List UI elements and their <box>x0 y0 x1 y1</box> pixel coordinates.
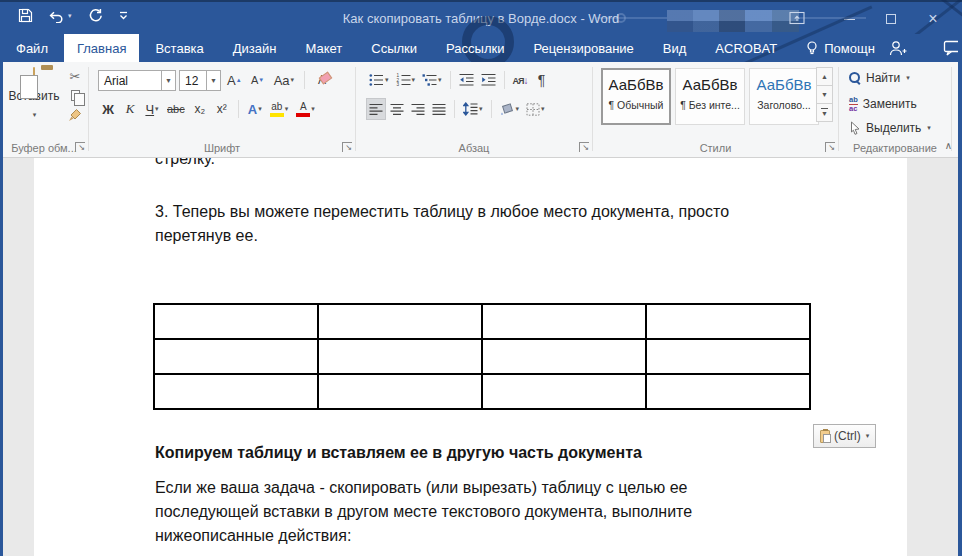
undo-button[interactable]: ▾ <box>48 9 72 23</box>
underline-button[interactable]: Ч▾ <box>142 98 162 120</box>
align-left-button[interactable] <box>366 98 386 120</box>
shrink-font-button[interactable]: А▼ <box>248 69 268 91</box>
style-card-no-spacing[interactable]: АаБбВв ¶ Без инте... <box>675 68 745 125</box>
font-size-combobox[interactable]: 12 ▼ <box>179 70 221 91</box>
tab-label: Макет <box>305 41 342 56</box>
undo-dropdown-arrow[interactable]: ▾ <box>68 12 72 20</box>
table-cell[interactable] <box>646 304 810 339</box>
strikethrough-button[interactable]: abc <box>164 98 188 120</box>
find-button[interactable]: Найти ▾ <box>849 71 910 85</box>
tab-tell-me[interactable]: Помощн <box>793 34 888 62</box>
numbered-list-button[interactable]: 123 ▾ <box>393 69 419 91</box>
grow-font-button[interactable]: А▲ <box>224 69 245 91</box>
chevron-down-icon: ▾ <box>906 74 910 82</box>
bold-button[interactable]: Ж <box>98 98 118 120</box>
text-effects-button[interactable]: А▾ <box>245 98 265 120</box>
clipboard-dialog-launcher[interactable]: ↘ <box>75 142 85 152</box>
maximize-button[interactable] <box>870 2 912 36</box>
sort-button[interactable]: АЯ↓ <box>510 69 531 91</box>
borders-button[interactable]: ▾ <box>523 98 548 120</box>
justify-button[interactable] <box>429 98 449 120</box>
paragraph-copy-instructions[interactable]: Если же ваша задача - скопировать (или в… <box>155 476 835 548</box>
tab-design[interactable]: Дизайн <box>220 34 290 62</box>
font-color-button[interactable]: А ▾ <box>293 98 318 120</box>
minimize-button[interactable] <box>828 2 870 36</box>
show-marks-button[interactable]: ¶ <box>532 69 552 91</box>
table-cell[interactable] <box>646 374 810 409</box>
table-cell[interactable] <box>154 374 318 409</box>
font-dialog-launcher[interactable]: ↘ <box>342 142 352 152</box>
align-center-icon <box>390 103 404 116</box>
change-case-button[interactable]: Aa▾ <box>271 69 297 91</box>
table-cell[interactable] <box>154 339 318 374</box>
styles-dialog-launcher[interactable]: ↘ <box>825 142 835 152</box>
font-name-combobox[interactable]: Arial ▼ <box>98 70 176 91</box>
cut-icon[interactable]: ✂ <box>70 70 81 83</box>
tab-mailings[interactable]: Рассылки <box>433 34 517 62</box>
styles-gallery-more-button[interactable]: ▼ <box>816 103 833 122</box>
multilevel-list-button[interactable]: ▾ <box>419 69 445 91</box>
select-button[interactable]: Выделить ▾ <box>849 121 931 135</box>
italic-button[interactable]: К <box>120 98 140 120</box>
shrink-font-label: А <box>251 74 258 86</box>
table-cell[interactable] <box>482 304 646 339</box>
styles-gallery: АаБбВв ¶ Обычный АаБбВв ¶ Без инте... Аа… <box>601 68 819 125</box>
document-table[interactable] <box>153 303 811 410</box>
styles-scroll-down-button[interactable]: ▼ <box>816 85 833 104</box>
paragraph-step3[interactable]: 3. Теперь вы можете переместить таблицу … <box>155 200 835 248</box>
increase-indent-button[interactable] <box>478 69 499 91</box>
align-center-button[interactable] <box>387 98 407 120</box>
table-cell[interactable] <box>154 304 318 339</box>
paste-button[interactable]: Вставить ▾ <box>8 68 60 121</box>
share-person-icon[interactable] <box>888 40 907 57</box>
small-separator <box>304 71 305 89</box>
tab-file[interactable]: Файл <box>3 34 61 62</box>
table-cell[interactable] <box>482 339 646 374</box>
table-cell[interactable] <box>318 304 482 339</box>
close-button[interactable]: × <box>912 2 954 36</box>
ribbon-display-options-button[interactable] <box>789 11 805 25</box>
redo-button[interactable] <box>87 8 103 23</box>
paste-dropdown-arrow[interactable]: ▾ <box>33 111 37 118</box>
superscript-button[interactable]: x² <box>212 98 232 120</box>
styles-scroll-up-button[interactable]: ▲ <box>816 67 833 86</box>
paragraph-dialog-launcher[interactable]: ↘ <box>579 142 589 152</box>
collapse-ribbon-button[interactable]: ∧ <box>945 140 952 151</box>
tab-insert[interactable]: Вставка <box>142 34 216 62</box>
highlight-color-button[interactable]: ab ▾ <box>267 98 292 120</box>
paste-options-button[interactable]: (Ctrl) ▾ <box>813 424 876 448</box>
tab-acrobat[interactable]: ACROBAT <box>702 34 790 62</box>
table-cell[interactable] <box>646 339 810 374</box>
document-heading[interactable]: Копируем таблицу и вставляем ее в другую… <box>155 441 642 465</box>
shading-button[interactable]: ▾ <box>497 98 523 120</box>
tab-home[interactable]: Главная <box>64 34 139 62</box>
clear-formatting-button[interactable]: А <box>312 69 332 91</box>
tab-review[interactable]: Рецензирование <box>520 34 646 62</box>
tab-view[interactable]: Вид <box>650 34 700 62</box>
tab-label: ACROBAT <box>715 41 777 56</box>
table-cell[interactable] <box>318 374 482 409</box>
tab-references[interactable]: Ссылки <box>358 34 430 62</box>
table-cell[interactable] <box>482 374 646 409</box>
bullet-list-button[interactable]: ▾ <box>366 69 392 91</box>
table-cell[interactable] <box>318 339 482 374</box>
chevron-down-icon: ▾ <box>385 76 389 84</box>
copy-icon[interactable] <box>71 90 80 101</box>
save-button[interactable] <box>18 8 33 23</box>
tab-layout[interactable]: Макет <box>292 34 355 62</box>
decrease-indent-button[interactable] <box>456 69 477 91</box>
line-spacing-button[interactable]: ▾ <box>460 98 486 120</box>
customize-qat-button[interactable] <box>118 10 129 21</box>
chevron-down-icon[interactable]: ▼ <box>206 71 220 90</box>
align-right-button[interactable] <box>408 98 428 120</box>
chevron-down-icon[interactable]: ▼ <box>161 71 175 90</box>
style-card-heading[interactable]: АаБбВв Заголово... <box>749 68 819 125</box>
paint-bucket-icon <box>500 102 515 116</box>
replace-button[interactable]: ab ac Заменить <box>849 96 917 112</box>
subscript-button[interactable]: x₂ <box>190 98 210 120</box>
format-painter-icon[interactable] <box>68 108 82 122</box>
more-icon <box>118 10 129 21</box>
document-page[interactable]: стрелку. 3. Теперь вы можете переместить… <box>34 158 907 556</box>
clipped-paragraph[interactable]: стрелку. <box>155 158 215 171</box>
style-card-normal[interactable]: АаБбВв ¶ Обычный <box>601 68 671 125</box>
